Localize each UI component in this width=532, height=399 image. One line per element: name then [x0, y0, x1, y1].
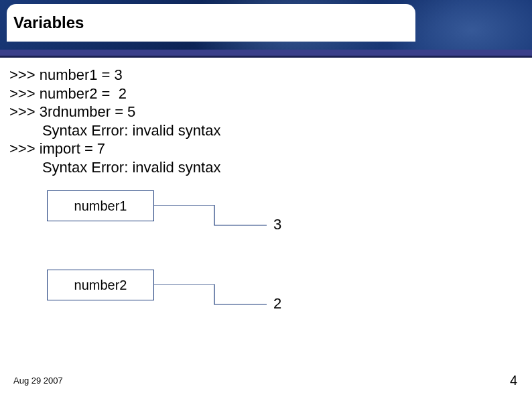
title-panel: Variables — [7, 4, 415, 42]
code-line: >>> import = 7 — [9, 139, 519, 158]
variable-box-2-label: number2 — [74, 278, 127, 293]
page-number: 4 — [510, 373, 517, 388]
variable-box-1: number1 — [47, 190, 154, 221]
accent-bar — [0, 50, 532, 58]
diagram-area: number1 3 number2 2 — [47, 190, 382, 338]
connector-2 — [154, 284, 268, 307]
content-area: >>> number1 = 3 >>> number2 = 2 >>> 3rdn… — [9, 66, 519, 176]
variable-box-2: number2 — [47, 270, 154, 300]
value-text-2: 2 — [273, 295, 281, 312]
connector-1 — [154, 205, 268, 228]
code-line: >>> number1 = 3 — [9, 66, 519, 84]
value-text-1: 3 — [273, 216, 281, 233]
slide-background: Variables >>> number1 = 3 >>> number2 = … — [0, 0, 532, 399]
footer-date: Aug 29 2007 — [13, 376, 63, 386]
code-line: >>> number2 = 2 — [9, 84, 519, 103]
code-line: Syntax Error: invalid syntax — [9, 121, 519, 140]
code-line: Syntax Error: invalid syntax — [9, 158, 519, 177]
variable-box-1-label: number1 — [74, 198, 127, 214]
slide-title: Variables — [13, 13, 409, 32]
code-line: >>> 3rdnumber = 5 — [9, 103, 519, 121]
